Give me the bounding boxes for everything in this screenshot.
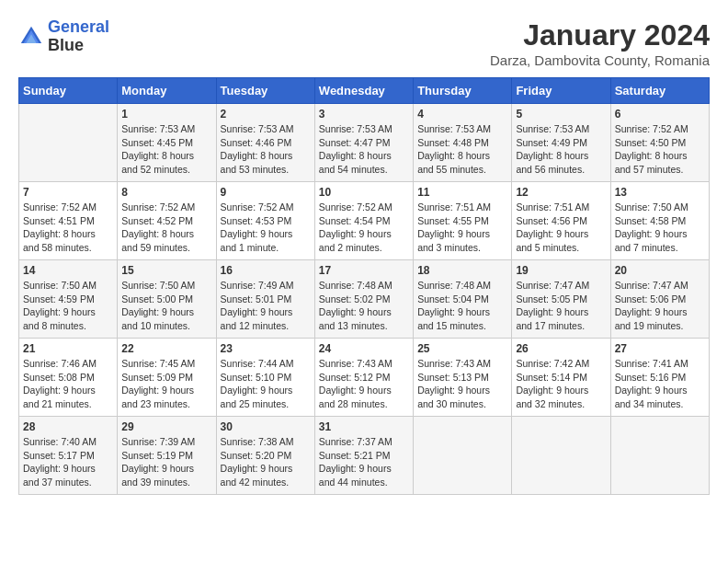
day-info: Sunrise: 7:52 AMSunset: 4:54 PMDaylight:… (319, 201, 409, 255)
day-info: Sunrise: 7:47 AMSunset: 5:06 PMDaylight:… (615, 279, 705, 333)
day-cell: 24Sunrise: 7:43 AMSunset: 5:12 PMDayligh… (314, 339, 413, 417)
location: Darza, Dambovita County, Romania (490, 52, 710, 68)
day-cell (19, 104, 118, 182)
day-number: 12 (516, 186, 606, 199)
day-number: 14 (23, 264, 113, 277)
day-info: Sunrise: 7:53 AMSunset: 4:47 PMDaylight:… (319, 122, 409, 177)
day-info: Sunrise: 7:48 AMSunset: 5:04 PMDaylight:… (417, 279, 507, 333)
day-info: Sunrise: 7:52 AMSunset: 4:53 PMDaylight:… (221, 201, 311, 255)
day-info: Sunrise: 7:50 AMSunset: 5:00 PMDaylight:… (121, 279, 211, 333)
day-cell: 17Sunrise: 7:48 AMSunset: 5:02 PMDayligh… (314, 260, 413, 339)
day-info: Sunrise: 7:51 AMSunset: 4:56 PMDaylight:… (516, 201, 606, 255)
day-number: 10 (319, 186, 409, 199)
day-number: 16 (221, 264, 311, 277)
day-info: Sunrise: 7:48 AMSunset: 5:02 PMDaylight:… (319, 279, 409, 333)
day-info: Sunrise: 7:53 AMSunset: 4:45 PMDaylight:… (121, 122, 211, 177)
day-number: 23 (221, 342, 311, 355)
day-info: Sunrise: 7:50 AMSunset: 4:59 PMDaylight:… (23, 279, 113, 333)
calendar-table: SundayMondayTuesdayWednesdayThursdayFrid… (18, 77, 710, 495)
day-cell: 9Sunrise: 7:52 AMSunset: 4:53 PMDaylight… (216, 182, 314, 260)
week-row-2: 7Sunrise: 7:52 AMSunset: 4:51 PMDaylight… (19, 182, 710, 260)
day-info: Sunrise: 7:46 AMSunset: 5:08 PMDaylight:… (23, 357, 113, 411)
day-cell: 21Sunrise: 7:46 AMSunset: 5:08 PMDayligh… (19, 339, 118, 417)
day-number: 27 (615, 342, 705, 355)
day-number: 8 (121, 186, 211, 199)
day-number: 26 (516, 342, 606, 355)
day-cell: 20Sunrise: 7:47 AMSunset: 5:06 PMDayligh… (610, 260, 709, 339)
day-cell: 10Sunrise: 7:52 AMSunset: 4:54 PMDayligh… (314, 182, 413, 260)
day-cell: 16Sunrise: 7:49 AMSunset: 5:01 PMDayligh… (216, 260, 314, 339)
day-cell: 28Sunrise: 7:40 AMSunset: 5:17 PMDayligh… (19, 417, 118, 495)
day-info: Sunrise: 7:39 AMSunset: 5:19 PMDaylight:… (121, 435, 211, 489)
day-number: 1 (121, 108, 211, 121)
day-cell (610, 417, 709, 495)
header-saturday: Saturday (610, 78, 709, 104)
day-number: 2 (221, 108, 311, 121)
day-number: 11 (417, 186, 507, 199)
day-number: 4 (417, 108, 507, 121)
day-cell: 22Sunrise: 7:45 AMSunset: 5:09 PMDayligh… (118, 339, 216, 417)
week-row-4: 21Sunrise: 7:46 AMSunset: 5:08 PMDayligh… (19, 339, 710, 417)
day-number: 31 (319, 420, 409, 433)
day-number: 25 (417, 342, 507, 355)
day-cell: 4Sunrise: 7:53 AMSunset: 4:48 PMDaylight… (414, 104, 512, 182)
day-number: 17 (319, 264, 409, 277)
day-number: 30 (221, 420, 311, 433)
day-cell: 2Sunrise: 7:53 AMSunset: 4:46 PMDaylight… (216, 104, 314, 182)
day-cell: 30Sunrise: 7:38 AMSunset: 5:20 PMDayligh… (216, 417, 314, 495)
day-info: Sunrise: 7:53 AMSunset: 4:46 PMDaylight:… (221, 122, 311, 177)
day-info: Sunrise: 7:41 AMSunset: 5:16 PMDaylight:… (615, 357, 705, 411)
day-number: 15 (121, 264, 211, 277)
day-cell: 8Sunrise: 7:52 AMSunset: 4:52 PMDaylight… (118, 182, 216, 260)
page-header: GeneralBlue January 2024 Darza, Dambovit… (18, 18, 710, 68)
day-number: 20 (615, 264, 705, 277)
header-tuesday: Tuesday (216, 78, 314, 104)
day-number: 28 (23, 420, 113, 433)
day-number: 22 (121, 342, 211, 355)
day-cell: 23Sunrise: 7:44 AMSunset: 5:10 PMDayligh… (216, 339, 314, 417)
day-cell: 14Sunrise: 7:50 AMSunset: 4:59 PMDayligh… (19, 260, 118, 339)
day-info: Sunrise: 7:52 AMSunset: 4:50 PMDaylight:… (615, 122, 705, 177)
day-cell (512, 417, 610, 495)
header-friday: Friday (512, 78, 610, 104)
day-cell: 13Sunrise: 7:50 AMSunset: 4:58 PMDayligh… (610, 182, 709, 260)
day-cell: 26Sunrise: 7:42 AMSunset: 5:14 PMDayligh… (512, 339, 610, 417)
week-row-1: 1Sunrise: 7:53 AMSunset: 4:45 PMDaylight… (19, 104, 710, 182)
day-cell: 31Sunrise: 7:37 AMSunset: 5:21 PMDayligh… (314, 417, 413, 495)
day-cell: 5Sunrise: 7:53 AMSunset: 4:49 PMDaylight… (512, 104, 610, 182)
day-info: Sunrise: 7:45 AMSunset: 5:09 PMDaylight:… (121, 357, 211, 411)
day-cell: 18Sunrise: 7:48 AMSunset: 5:04 PMDayligh… (414, 260, 512, 339)
day-info: Sunrise: 7:53 AMSunset: 4:48 PMDaylight:… (417, 122, 507, 177)
day-cell (414, 417, 512, 495)
day-cell: 27Sunrise: 7:41 AMSunset: 5:16 PMDayligh… (610, 339, 709, 417)
header-wednesday: Wednesday (314, 78, 413, 104)
day-cell: 1Sunrise: 7:53 AMSunset: 4:45 PMDaylight… (118, 104, 216, 182)
day-number: 29 (121, 420, 211, 433)
logo-icon (18, 24, 44, 50)
day-info: Sunrise: 7:52 AMSunset: 4:51 PMDaylight:… (23, 201, 113, 255)
day-cell: 19Sunrise: 7:47 AMSunset: 5:05 PMDayligh… (512, 260, 610, 339)
day-number: 5 (516, 108, 606, 121)
day-number: 9 (221, 186, 311, 199)
day-number: 6 (615, 108, 705, 121)
day-info: Sunrise: 7:47 AMSunset: 5:05 PMDaylight:… (516, 279, 606, 333)
header-monday: Monday (118, 78, 216, 104)
day-cell: 29Sunrise: 7:39 AMSunset: 5:19 PMDayligh… (118, 417, 216, 495)
logo-text: GeneralBlue (48, 18, 109, 55)
day-cell: 15Sunrise: 7:50 AMSunset: 5:00 PMDayligh… (118, 260, 216, 339)
day-info: Sunrise: 7:53 AMSunset: 4:49 PMDaylight:… (516, 122, 606, 177)
day-info: Sunrise: 7:52 AMSunset: 4:52 PMDaylight:… (121, 201, 211, 255)
day-info: Sunrise: 7:49 AMSunset: 5:01 PMDaylight:… (221, 279, 311, 333)
week-row-3: 14Sunrise: 7:50 AMSunset: 4:59 PMDayligh… (19, 260, 710, 339)
day-info: Sunrise: 7:51 AMSunset: 4:55 PMDaylight:… (417, 201, 507, 255)
day-cell: 11Sunrise: 7:51 AMSunset: 4:55 PMDayligh… (414, 182, 512, 260)
day-info: Sunrise: 7:43 AMSunset: 5:13 PMDaylight:… (417, 357, 507, 411)
day-number: 24 (319, 342, 409, 355)
day-number: 3 (319, 108, 409, 121)
day-info: Sunrise: 7:42 AMSunset: 5:14 PMDaylight:… (516, 357, 606, 411)
day-info: Sunrise: 7:40 AMSunset: 5:17 PMDaylight:… (23, 435, 113, 489)
header-thursday: Thursday (414, 78, 512, 104)
day-cell: 6Sunrise: 7:52 AMSunset: 4:50 PMDaylight… (610, 104, 709, 182)
day-info: Sunrise: 7:37 AMSunset: 5:21 PMDaylight:… (319, 435, 409, 489)
header-sunday: Sunday (19, 78, 118, 104)
